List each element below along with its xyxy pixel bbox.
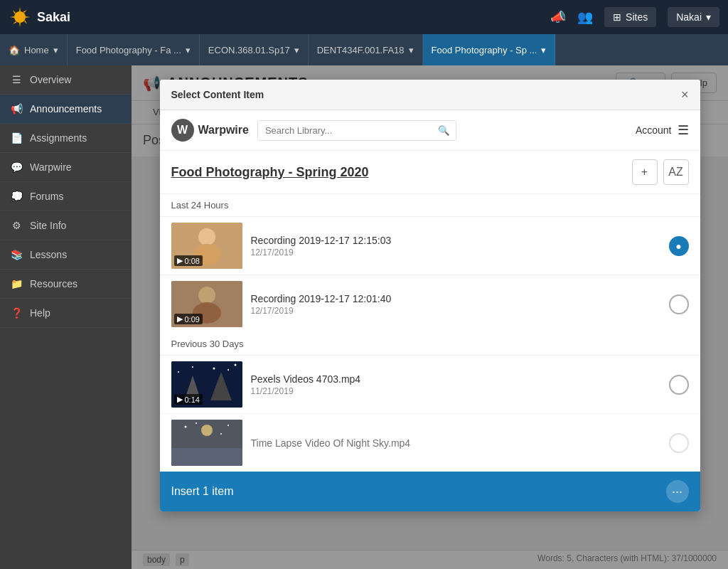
modal-close-button[interactable]: × — [681, 88, 689, 101]
sidebar-item-forums[interactable]: 💭 Forums — [0, 182, 132, 211]
library-title[interactable]: Food Photography - Spring 2020 — [171, 165, 369, 180]
library-actions: + AZ — [632, 159, 689, 185]
menu-icon-button[interactable]: ☰ — [678, 122, 689, 138]
insert-more-button[interactable]: ··· — [666, 480, 689, 503]
sidebar: ☰ Overview 📢 Announcements 📄 Assignments… — [0, 65, 132, 569]
content-area: 📢 ANNOUNCEMENTS 🔗 Link ? Help View Add — [132, 65, 728, 569]
svg-point-17 — [201, 425, 213, 436]
svg-point-19 — [228, 425, 229, 426]
video-date-rec2: 12/17/2019 — [251, 306, 660, 316]
tab-food-sp[interactable]: Food Photography - Sp ... ▾ — [423, 34, 556, 65]
video-thumb-rec2: ▶ 0:09 — [171, 281, 242, 327]
video-duration-pexels: ▶ 0:14 — [174, 394, 203, 405]
video-title-rec2: Recording 2019-12-17 12:01:40 — [251, 293, 660, 304]
video-title-rec1: Recording 2019-12-17 12:15:03 — [251, 235, 660, 246]
tab-food-fa-label: Food Photography - Fa ... — [76, 45, 181, 55]
warpwire-label: Warpwire — [198, 124, 249, 137]
tab-food-fa[interactable]: Food Photography - Fa ... ▾ — [68, 34, 200, 65]
sidebar-item-lessons[interactable]: 📚 Lessons — [0, 240, 132, 270]
announcements-icon: 📢 — [10, 103, 23, 115]
section-prev-30: Previous 30 Days — [160, 333, 700, 355]
warpwire-logo: W Warpwire — [171, 119, 249, 142]
search-input[interactable] — [258, 121, 432, 140]
grid-icon: ⊞ — [613, 11, 621, 23]
search-icon: 🔍 — [438, 125, 450, 136]
help-icon: ❓ — [10, 307, 23, 319]
check-icon: ● — [675, 240, 681, 252]
insert-label: Insert 1 item — [171, 485, 234, 498]
hamburger-icon: ☰ — [678, 123, 689, 137]
video-item-timelapse[interactable]: Time Lapse Video Of Night Sky.mp4 — [160, 413, 700, 472]
tab-home[interactable]: 🏠 Home ▾ — [0, 34, 68, 65]
top-navigation: Sakai 📣 👥 ⊞ Sites Nakai ▾ — [0, 0, 728, 34]
chevron-down-icon: ▾ — [53, 45, 58, 55]
video-item-rec2[interactable]: ▶ 0:09 Recording 2019-12-17 12:01:40 12/… — [160, 275, 700, 333]
search-button[interactable]: 🔍 — [432, 121, 456, 140]
tab-econ[interactable]: ECON.368.01.Sp17 ▾ — [200, 34, 309, 65]
content-list: Last 24 Hours — [160, 194, 700, 472]
add-content-button[interactable]: + — [632, 159, 658, 185]
svg-point-0 — [14, 11, 26, 23]
megaphone-icon[interactable]: 📣 — [550, 9, 566, 25]
sidebar-item-lessons-label: Lessons — [30, 249, 67, 260]
brand-name: Sakai — [37, 10, 70, 25]
sidebar-item-warpwire-label: Warpwire — [30, 161, 72, 173]
sidebar-item-warpwire[interactable]: 💬 Warpwire — [0, 153, 132, 182]
sidebar-item-site-info-label: Site Info — [30, 220, 66, 231]
lessons-icon: 📚 — [10, 249, 23, 260]
svg-point-20 — [196, 422, 197, 424]
select-content-modal: Select Content Item × W Warpwire 🔍 — [160, 80, 700, 511]
sidebar-item-announcements[interactable]: 📢 Announcements — [0, 95, 132, 124]
svg-point-14 — [234, 364, 236, 366]
tab-food-sp-label: Food Photography - Sp ... — [432, 45, 537, 55]
video-select-rec2[interactable] — [669, 294, 689, 314]
home-icon: 🏠 — [9, 45, 20, 55]
tab-dent[interactable]: DENT434F.001.FA18 ▾ — [309, 34, 423, 65]
video-select-timelapse[interactable] — [669, 433, 689, 453]
chevron-down-icon: ▾ — [186, 45, 191, 55]
video-title-pexels: Pexels Videos 4703.mp4 — [251, 373, 660, 385]
sidebar-item-resources-label: Resources — [30, 278, 77, 289]
video-item-pexels[interactable]: ▶ 0:14 Pexels Videos 4703.mp4 11/21/2019 — [160, 355, 700, 413]
sites-button[interactable]: ⊞ Sites — [604, 7, 656, 27]
svg-point-21 — [220, 433, 222, 435]
sidebar-item-overview[interactable]: ☰ Overview — [0, 65, 132, 95]
video-thumb-pexels: ▶ 0:14 — [171, 361, 242, 408]
top-nav-icons: 📣 👥 ⊞ Sites Nakai ▾ — [550, 7, 719, 27]
resources-icon: 📁 — [10, 278, 23, 289]
sort-button[interactable]: AZ — [663, 159, 689, 185]
video-info-pexels: Pexels Videos 4703.mp4 11/21/2019 — [251, 373, 660, 396]
sidebar-item-forums-label: Forums — [30, 191, 63, 202]
tab-econ-label: ECON.368.01.Sp17 — [208, 45, 290, 55]
video-thumb-rec1: ▶ 0:08 — [171, 223, 242, 269]
sakai-logo: Sakai — [9, 6, 87, 28]
tab-home-label: Home — [24, 45, 49, 55]
video-select-rec1[interactable]: ● — [669, 236, 689, 256]
overview-icon: ☰ — [10, 74, 23, 85]
video-select-pexels[interactable] — [669, 375, 689, 395]
video-duration-rec2: ▶ 0:09 — [174, 314, 203, 324]
svg-point-18 — [184, 426, 186, 428]
video-info-rec2: Recording 2019-12-17 12:01:40 12/17/2019 — [251, 293, 660, 316]
svg-point-11 — [192, 366, 193, 368]
sidebar-item-help[interactable]: ❓ Help — [0, 299, 132, 328]
sidebar-item-assignments[interactable]: 📄 Assignments — [0, 124, 132, 153]
sites-label: Sites — [626, 11, 648, 23]
search-box: 🔍 — [257, 120, 456, 141]
warpwire-icon: 💬 — [10, 161, 23, 173]
video-thumb-timelapse — [171, 420, 242, 466]
svg-point-13 — [178, 371, 179, 373]
insert-bar[interactable]: Insert 1 item ··· — [160, 472, 700, 511]
chevron-down-icon: ▾ — [294, 45, 299, 55]
video-info-timelapse: Time Lapse Video Of Night Sky.mp4 — [251, 437, 660, 449]
account-label: Account — [636, 124, 672, 136]
sidebar-item-site-info[interactable]: ⚙ Site Info — [0, 211, 132, 240]
chevron-down-icon: ▾ — [706, 11, 711, 23]
user-menu-button[interactable]: Nakai ▾ — [668, 7, 719, 27]
account-area: Account ☰ — [636, 122, 689, 138]
people-icon[interactable]: 👥 — [577, 9, 593, 25]
tab-dent-label: DENT434F.001.FA18 — [317, 45, 405, 55]
sidebar-item-resources[interactable]: 📁 Resources — [0, 270, 132, 299]
video-item-rec1[interactable]: ▶ 0:08 Recording 2019-12-17 12:15:03 12/… — [160, 216, 700, 275]
video-duration-rec1: ▶ 0:08 — [174, 255, 203, 266]
